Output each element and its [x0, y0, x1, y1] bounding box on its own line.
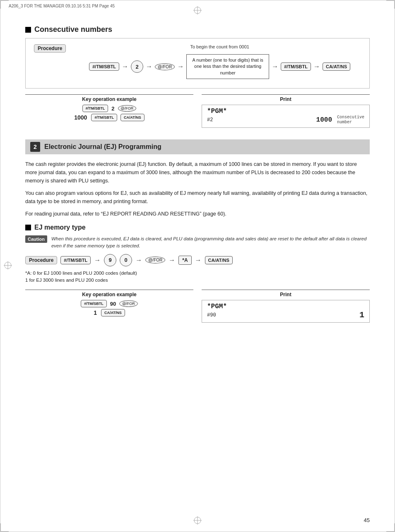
key-op-2: Key operation example #/TM/SBTL 90 @/FOR…	[25, 290, 193, 323]
flow-diagram-1: #/TM/SBTL → 2 → @/FOR → A number (one to…	[89, 54, 350, 79]
ko2-key-tmstbl: #/TM/SBTL	[81, 300, 107, 307]
corner-bl	[0, 523, 9, 532]
print-content-1: *PGM* #2 1000 Consecutive number	[202, 105, 370, 128]
star-a-box: *A	[178, 256, 191, 265]
key-circle-0: 0	[120, 254, 132, 266]
caution-badge: Caution	[25, 235, 47, 243]
ko-key-caatns: CA/AT/NS	[120, 114, 145, 121]
ej-num-badge: 2	[30, 142, 40, 152]
ej-section-header: 2 Electronic Journal (EJ) Programming	[25, 139, 370, 154]
left-reg-mark	[4, 261, 12, 271]
black-square-icon	[25, 27, 31, 33]
arrow-6: →	[94, 256, 101, 264]
black-square-icon-2	[25, 225, 31, 230]
page: A206_3 FOR THE MANAGER 09.10.16 5:31 PM …	[0, 0, 395, 532]
corner-br	[386, 523, 395, 532]
ko-btn-for: @/FOR	[118, 105, 137, 112]
arrow-5: →	[313, 63, 320, 70]
footnote-line1: *A: 0 for EJ 1000 lines and PLU 2000 cod…	[25, 270, 370, 277]
key-op-print-section-2: Key operation example #/TM/SBTL 90 @/FOR…	[25, 290, 370, 323]
key-op-title-1: Key operation example	[25, 96, 193, 102]
arrow-1: →	[122, 63, 128, 70]
ej-para2: You can also program various options for…	[25, 189, 370, 206]
header-text: A206_3 FOR THE MANAGER 09.10.16 5:31 PM …	[9, 4, 115, 8]
ej-footnote: *A: 0 for EJ 1000 lines and PLU 2000 cod…	[25, 270, 370, 284]
print-1: Print *PGM* #2 1000 Consecutive number	[202, 94, 370, 128]
ko-key-tmstbl-2: #/TM/SBTL	[91, 114, 117, 121]
procedure-row-2: Procedure #/TM/SBTL → 9 0 → @/FOR → *A →…	[25, 254, 370, 266]
ej-memory-title: EJ memory type	[25, 224, 370, 231]
to-begin-note: To begin the count from 0001	[190, 44, 249, 49]
ko2-val-90: 90	[110, 301, 116, 307]
print-val-1000: 1000	[316, 116, 332, 124]
ej-section: 2 Electronic Journal (EJ) Programming Th…	[25, 139, 370, 323]
print-row-2: #90 1	[207, 310, 364, 320]
print-val-1: 1	[359, 310, 364, 320]
print-label-num90: #90	[207, 312, 216, 318]
key-op2-row2: 1 CA/AT/NS	[94, 309, 125, 316]
print-label-num2: #2	[207, 117, 213, 123]
key-op-row-1: #/TM/SBTL 2 @/FOR	[82, 105, 136, 112]
key-op-1: Key operation example #/TM/SBTL 2 @/FOR …	[25, 94, 193, 128]
caution-text: When this procedure is executed, EJ data…	[51, 235, 370, 250]
key-op-print-section-1: Key operation example #/TM/SBTL 2 @/FOR …	[25, 94, 370, 128]
key-op-content-1: #/TM/SBTL 2 @/FOR 1000 #/TM/SBTL CA/AT/N…	[25, 105, 193, 121]
key-tmstbl-2: #/TM/SBTL	[281, 62, 311, 71]
ko-val-1000: 1000	[74, 114, 87, 121]
ej-para3: For reading journal data, refer to “EJ R…	[25, 210, 370, 218]
bottom-reg-mark	[193, 516, 202, 526]
print-content-2: *PGM* #90 1	[202, 300, 370, 323]
consecutive-label: Consecutive number	[337, 115, 364, 125]
ko-num-2: 2	[111, 105, 114, 112]
key-op2-row1: #/TM/SBTL 90 @/FOR	[81, 300, 138, 307]
print-pgm-1: *PGM*	[207, 108, 364, 115]
key-op-row-2: 1000 #/TM/SBTL CA/AT/NS	[74, 114, 145, 121]
arrow-3: →	[177, 63, 184, 70]
arrow-9: →	[195, 256, 202, 264]
print-title-1: Print	[202, 96, 370, 102]
info-box-1: A number (one to four digits) that is on…	[186, 54, 269, 79]
key-tmstbl-1: #/TM/SBTL	[89, 62, 119, 71]
consecutive-numbers-title: Consecutive numbers	[25, 25, 370, 34]
key-circle-9: 9	[104, 254, 116, 266]
ko-key-tmstbl: #/TM/SBTL	[82, 105, 108, 112]
procedure-area-1: Procedure To begin the count from 0001 #…	[25, 38, 370, 89]
arrow-8: →	[169, 256, 175, 264]
print-2: Print *PGM* #90 1	[202, 290, 370, 323]
print-title-2: Print	[202, 292, 370, 297]
ko2-key-caatns: CA/AT/NS	[101, 309, 125, 316]
arrow-2: →	[146, 63, 152, 70]
arrow-7: →	[135, 256, 142, 264]
key-op-title-2: Key operation example	[25, 292, 193, 297]
key-for-1: @/FOR	[155, 63, 175, 70]
arrow-4: →	[272, 63, 278, 70]
key-for-2: @/FOR	[145, 256, 165, 264]
key-caatns-2: CA/AT/NS	[205, 256, 233, 264]
print-row-1: #2 1000 Consecutive number	[207, 115, 364, 125]
key-circle-2: 2	[131, 60, 143, 73]
ej-section-title: Electronic Journal (EJ) Programming	[44, 143, 161, 151]
page-number: 45	[364, 517, 370, 523]
ej-para1: The cash register provides the electroni…	[25, 160, 370, 185]
caution-box: Caution When this procedure is executed,…	[25, 235, 370, 250]
procedure-badge-2: Procedure	[25, 256, 57, 264]
ko2-btn-for: @/FOR	[119, 300, 138, 307]
key-tmstbl-3: #/TM/SBTL	[60, 256, 91, 264]
footnote-line2: 1 for EJ 3000 lines and PLU 200 codes	[25, 277, 370, 284]
key-caatns-1: CA/AT/NS	[323, 62, 350, 71]
top-reg-mark	[193, 6, 202, 16]
print-pgm-2: *PGM*	[207, 303, 364, 310]
ko2-val-1: 1	[94, 309, 97, 316]
procedure-badge-1: Procedure	[34, 44, 66, 53]
key-op-content-2: #/TM/SBTL 90 @/FOR 1 CA/AT/NS	[25, 300, 193, 316]
